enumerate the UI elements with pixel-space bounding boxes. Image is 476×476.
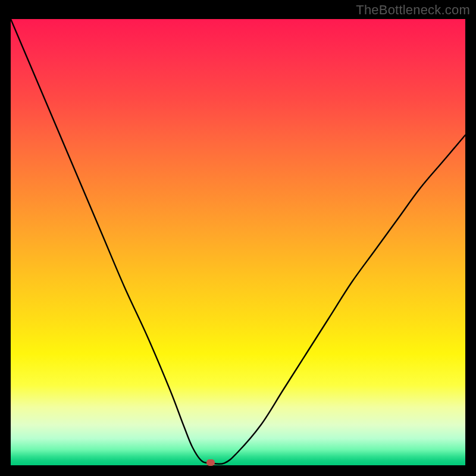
minimum-marker-icon	[206, 459, 215, 466]
chart-frame	[11, 19, 465, 465]
watermark-text: TheBottleneck.com	[356, 2, 470, 18]
bottleneck-curve-path	[11, 19, 465, 464]
bottleneck-curve-svg	[11, 19, 465, 465]
plot-area	[11, 19, 465, 465]
